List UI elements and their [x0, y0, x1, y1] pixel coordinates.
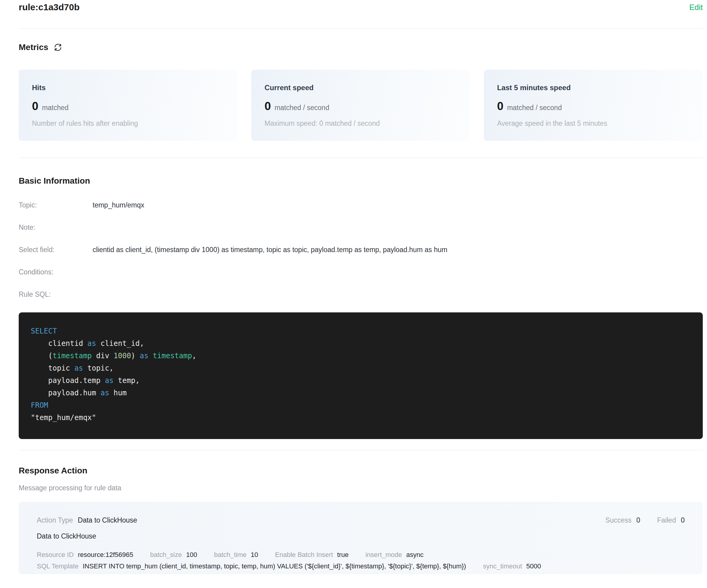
metric-unit: matched: [42, 104, 68, 112]
refresh-icon[interactable]: [53, 42, 63, 52]
param-value: async: [406, 551, 424, 559]
param-label: batch_time: [214, 551, 247, 559]
param-label: Enable Batch Insert: [275, 551, 333, 559]
metrics-section-header: Metrics: [19, 42, 703, 52]
sql-token: "temp_hum/emqx": [31, 413, 96, 422]
sql-token: clientid: [31, 339, 88, 348]
param-enable-batch-insert: Enable Batch Insert true: [275, 551, 349, 559]
param-resource-id: Resource ID resource:12f56965: [37, 551, 133, 559]
param-value: resource:12f56965: [78, 551, 133, 559]
sql-token: topic,: [83, 364, 113, 372]
info-row-select-field: Select field: clientid as client_id, (ti…: [19, 245, 703, 254]
header-divider: [19, 28, 703, 29]
info-row-rule-sql: Rule SQL:: [19, 289, 703, 299]
metric-description: Number of rules hits after enabling: [32, 119, 225, 128]
sql-token: ,: [192, 352, 196, 360]
param-value: INSERT INTO temp_hum (client_id, timesta…: [82, 562, 466, 570]
param-label: insert_mode: [366, 551, 402, 559]
sql-token: topic: [31, 364, 74, 372]
failed-counter: Failed 0: [657, 516, 685, 524]
response-action-subtitle: Message processing for rule data: [19, 484, 703, 492]
metric-unit: matched / second: [507, 104, 562, 112]
metric-value-row: 0 matched / second: [497, 100, 689, 113]
sql-token: payload.temp: [31, 376, 105, 385]
metrics-heading: Metrics: [19, 42, 48, 52]
sql-token: SELECT: [31, 327, 57, 335]
info-row-topic: Topic: temp_hum/emqx: [19, 200, 703, 210]
sql-token: 1000: [114, 352, 131, 360]
sql-line: SELECT: [31, 325, 691, 338]
sql-token: timestamp: [53, 352, 92, 360]
metric-card-title: Hits: [32, 83, 225, 92]
metric-description: Average speed in the last 5 minutes: [497, 119, 689, 128]
sql-line: payload.temp as temp,: [31, 375, 691, 387]
param-value: 100: [186, 551, 197, 559]
basic-information-heading: Basic Information: [19, 176, 703, 186]
param-insert-mode: insert_mode async: [366, 551, 424, 559]
sql-token: temp,: [114, 376, 140, 385]
info-value: temp_hum/emqx: [93, 200, 144, 210]
metric-card-title: Last 5 minutes speed: [497, 83, 689, 92]
basic-information-rows: Topic: temp_hum/emqx Note: Select field:…: [19, 200, 703, 299]
param-label: Resource ID: [37, 551, 74, 559]
page-header: rule:c1a3d70b Edit: [19, 0, 703, 13]
sql-line: "temp_hum/emqx": [31, 412, 691, 424]
info-label: Conditions:: [19, 267, 93, 277]
param-label: batch_size: [150, 551, 182, 559]
sql-line: FROM: [31, 399, 691, 412]
param-sync-timeout: sync_timeout 5000: [483, 562, 541, 570]
sql-token: as: [105, 376, 114, 385]
param-value: 5000: [526, 562, 541, 570]
action-type-value: Data to ClickHouse: [78, 516, 137, 524]
sql-line: topic as topic,: [31, 362, 691, 375]
action-type: Action Type Data to ClickHouse: [37, 516, 137, 524]
sql-token: ): [131, 352, 140, 360]
rule-sql-divider: [19, 450, 703, 450]
param-batch-size: batch_size 100: [150, 551, 197, 559]
action-name: Data to ClickHouse: [37, 532, 685, 540]
metric-card-last-5-minutes-speed: Last 5 minutes speed 0 matched / second …: [484, 70, 703, 141]
metric-unit: matched / second: [274, 104, 329, 112]
action-params: Resource ID resource:12f56965 batch_size…: [37, 551, 685, 570]
metric-value: 0: [497, 100, 503, 113]
success-counter: Success 0: [605, 516, 640, 524]
metric-value-row: 0 matched: [32, 100, 225, 113]
sql-token: as: [100, 389, 109, 397]
info-row-note: Note:: [19, 222, 703, 232]
response-action-card: Action Type Data to ClickHouse Success 0…: [19, 502, 703, 574]
param-value: true: [337, 551, 349, 559]
action-counters: Success 0 Failed 0: [605, 516, 685, 524]
info-label: Select field:: [19, 245, 93, 254]
info-value: clientid as client_id, (timestamp div 10…: [93, 245, 447, 254]
param-batch-time: batch_time 10: [214, 551, 258, 559]
rule-detail-page: rule:c1a3d70b Edit Metrics Hits 0 matche…: [0, 0, 707, 574]
rule-sql-code-block: SELECT clientid as client_id, (timestamp…: [19, 312, 703, 439]
sql-token: FROM: [31, 401, 48, 410]
param-label: sync_timeout: [483, 562, 522, 570]
metric-value-row: 0 matched / second: [265, 100, 457, 113]
sql-token: hum: [109, 389, 127, 397]
sql-line: payload.hum as hum: [31, 387, 691, 399]
sql-line: (timestamp div 1000) as timestamp,: [31, 350, 691, 362]
sql-token: as: [74, 364, 83, 372]
sql-token: payload.hum: [31, 389, 100, 397]
failed-label: Failed: [657, 516, 676, 524]
param-value: 10: [250, 551, 258, 559]
edit-link[interactable]: Edit: [689, 2, 703, 12]
metric-description: Maximum speed: 0 matched / second: [265, 119, 457, 128]
failed-count: 0: [681, 516, 685, 524]
param-label: SQL Template: [37, 562, 78, 570]
sql-token: div: [92, 352, 113, 360]
info-label: Note:: [19, 222, 93, 232]
success-label: Success: [605, 516, 632, 524]
param-sql-template: SQL Template INSERT INTO temp_hum (clien…: [37, 562, 466, 570]
info-label: Rule SQL:: [19, 289, 93, 299]
info-row-conditions: Conditions:: [19, 267, 703, 277]
metric-card-title: Current speed: [265, 83, 457, 92]
metric-value: 0: [265, 100, 271, 113]
action-type-label: Action Type: [37, 516, 73, 524]
sql-token: as: [88, 339, 96, 348]
metric-card-hits: Hits 0 matched Number of rules hits afte…: [19, 70, 238, 141]
sql-line: clientid as client_id,: [31, 338, 691, 350]
action-card-header-row: Action Type Data to ClickHouse Success 0…: [37, 516, 685, 524]
